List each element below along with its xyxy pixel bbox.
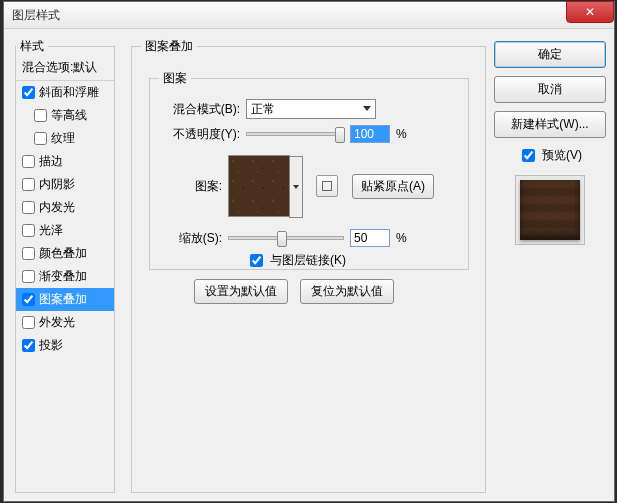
- preview-label: 预览(V): [542, 147, 582, 164]
- reset-default-button[interactable]: 复位为默认值: [300, 279, 394, 304]
- scale-unit: %: [396, 231, 407, 245]
- style-item[interactable]: 图案叠加: [16, 288, 114, 311]
- style-item-label: 颜色叠加: [39, 245, 87, 262]
- set-default-button[interactable]: 设置为默认值: [194, 279, 288, 304]
- pattern-picker[interactable]: [228, 155, 290, 217]
- style-item-checkbox[interactable]: [22, 155, 35, 168]
- new-style-button[interactable]: 新建样式(W)...: [494, 111, 606, 138]
- style-item[interactable]: 内阴影: [16, 173, 114, 196]
- style-item[interactable]: 渐变叠加: [16, 265, 114, 288]
- opacity-slider[interactable]: [246, 132, 344, 136]
- dialog-body: 样式 混合选项:默认斜面和浮雕等高线纹理描边内阴影内发光光泽颜色叠加渐变叠加图案…: [4, 29, 614, 501]
- style-item[interactable]: 斜面和浮雕: [16, 81, 114, 104]
- style-item-label: 等高线: [51, 107, 87, 124]
- style-item-checkbox[interactable]: [34, 132, 47, 145]
- style-item[interactable]: 颜色叠加: [16, 242, 114, 265]
- style-item[interactable]: 光泽: [16, 219, 114, 242]
- opacity-unit: %: [396, 127, 407, 141]
- slider-thumb[interactable]: [335, 127, 345, 143]
- style-item[interactable]: 内发光: [16, 196, 114, 219]
- pattern-subgroup: 图案 混合模式(B): 正常 不透明度(Y): 100 %: [149, 70, 469, 270]
- blend-mode-combo[interactable]: 正常: [246, 99, 376, 119]
- style-item[interactable]: 描边: [16, 150, 114, 173]
- style-item-checkbox[interactable]: [34, 109, 47, 122]
- style-item-checkbox[interactable]: [22, 270, 35, 283]
- slider-thumb[interactable]: [277, 231, 287, 247]
- style-item[interactable]: 等高线: [16, 104, 114, 127]
- style-item-label: 渐变叠加: [39, 268, 87, 285]
- link-with-layer-checkbox[interactable]: [250, 254, 263, 267]
- style-item-checkbox[interactable]: [22, 316, 35, 329]
- style-item-checkbox[interactable]: [22, 86, 35, 99]
- style-item-label: 光泽: [39, 222, 63, 239]
- style-item[interactable]: 投影: [16, 334, 114, 357]
- pattern-label: 图案:: [162, 178, 222, 195]
- style-item-label: 图案叠加: [39, 291, 87, 308]
- styles-header: 样式: [16, 38, 48, 55]
- styles-list-panel: 样式 混合选项:默认斜面和浮雕等高线纹理描边内阴影内发光光泽颜色叠加渐变叠加图案…: [15, 38, 115, 493]
- preview-swatch: [520, 180, 580, 240]
- center-title: 图案叠加: [141, 38, 197, 55]
- style-item[interactable]: 纹理: [16, 127, 114, 150]
- titlebar[interactable]: 图层样式 ✕: [4, 2, 614, 29]
- style-item[interactable]: 外发光: [16, 311, 114, 334]
- cancel-button[interactable]: 取消: [494, 76, 606, 103]
- style-item-checkbox[interactable]: [22, 224, 35, 237]
- style-item-label: 内阴影: [39, 176, 75, 193]
- snap-origin-button[interactable]: 贴紧原点(A): [352, 174, 434, 199]
- style-item-checkbox[interactable]: [22, 201, 35, 214]
- right-button-panel: 确定 取消 新建样式(W)... 预览(V): [494, 41, 606, 245]
- opacity-label: 不透明度(Y):: [162, 126, 240, 143]
- blend-mode-value: 正常: [251, 101, 275, 118]
- style-item-checkbox[interactable]: [22, 339, 35, 352]
- scale-label: 缩放(S):: [162, 230, 222, 247]
- blend-mode-label: 混合模式(B):: [162, 101, 240, 118]
- style-item-label: 描边: [39, 153, 63, 170]
- close-icon: ✕: [585, 5, 595, 19]
- new-pattern-button[interactable]: [316, 175, 338, 197]
- style-item-label: 内发光: [39, 199, 75, 216]
- style-item-label: 外发光: [39, 314, 75, 331]
- pattern-dropdown-button[interactable]: [289, 156, 303, 218]
- style-item-checkbox[interactable]: [22, 178, 35, 191]
- layer-style-dialog: 图层样式 ✕ 样式 混合选项:默认斜面和浮雕等高线纹理描边内阴影内发光光泽颜色叠…: [3, 1, 615, 502]
- preview-checkbox[interactable]: [522, 149, 535, 162]
- style-item-checkbox[interactable]: [22, 247, 35, 260]
- style-item-label: 投影: [39, 337, 63, 354]
- new-preset-icon: [322, 181, 332, 191]
- ok-button[interactable]: 确定: [494, 41, 606, 68]
- scale-slider[interactable]: [228, 236, 344, 240]
- pattern-overlay-panel: 图案叠加 图案 混合模式(B): 正常 不透明度(Y):: [131, 38, 486, 493]
- opacity-field[interactable]: 100: [350, 125, 390, 143]
- chevron-down-icon: [293, 185, 299, 189]
- pattern-subgroup-title: 图案: [159, 70, 191, 87]
- window-title: 图层样式: [12, 7, 60, 24]
- chevron-down-icon: [363, 106, 371, 111]
- close-button[interactable]: ✕: [566, 1, 614, 23]
- scale-field[interactable]: 50: [350, 229, 390, 247]
- style-item-label: 纹理: [51, 130, 75, 147]
- preview-box: [515, 175, 585, 245]
- style-item-label: 斜面和浮雕: [39, 84, 99, 101]
- link-with-layer-label: 与图层链接(K): [270, 252, 346, 269]
- blend-options-header[interactable]: 混合选项:默认: [16, 55, 114, 81]
- style-item-checkbox[interactable]: [22, 293, 35, 306]
